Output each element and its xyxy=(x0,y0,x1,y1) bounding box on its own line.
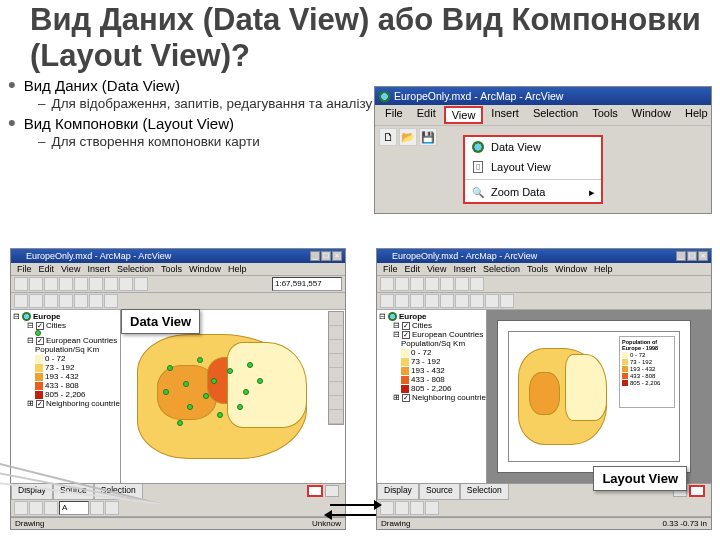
toolbar-button[interactable] xyxy=(134,277,148,291)
menu-window[interactable]: Window xyxy=(626,106,677,124)
toolbar-button[interactable] xyxy=(14,501,28,515)
tool-button[interactable] xyxy=(329,410,343,424)
checkbox[interactable]: ✓ xyxy=(36,337,44,345)
tool-button[interactable] xyxy=(329,340,343,354)
toc-layer[interactable]: European Countries xyxy=(46,336,117,345)
toolbar-button[interactable] xyxy=(380,294,394,308)
menu-edit[interactable]: Edit xyxy=(411,106,442,124)
toc-root[interactable]: Europe xyxy=(399,312,427,321)
scale-input[interactable]: 1:67,591,557 xyxy=(272,277,342,291)
menu-edit[interactable]: Edit xyxy=(36,264,58,274)
toolbar-button[interactable] xyxy=(74,294,88,308)
layout-view-button[interactable] xyxy=(325,485,339,497)
menu-insert[interactable]: Insert xyxy=(84,264,113,274)
menu-insert[interactable]: Insert xyxy=(485,106,525,124)
menu-help[interactable]: Help xyxy=(591,264,616,274)
toolbar-button[interactable] xyxy=(89,277,103,291)
close-button[interactable]: × xyxy=(698,251,708,261)
menu-tools[interactable]: Tools xyxy=(586,106,624,124)
menu-view[interactable]: View xyxy=(424,264,449,274)
tool-button[interactable] xyxy=(329,382,343,396)
toolbar-button[interactable] xyxy=(425,277,439,291)
menu-file[interactable]: File xyxy=(379,106,409,124)
menu-window[interactable]: Window xyxy=(186,264,224,274)
toolbar-button[interactable] xyxy=(455,294,469,308)
menu-item-zoom-data[interactable]: Zoom Data▸ xyxy=(465,182,601,202)
menu-selection[interactable]: Selection xyxy=(114,264,157,274)
save-button[interactable]: 💾 xyxy=(419,128,437,146)
toolbar-button[interactable] xyxy=(90,501,104,515)
min-button[interactable]: _ xyxy=(310,251,320,261)
checkbox[interactable]: ✓ xyxy=(402,322,410,330)
toolbar-button[interactable] xyxy=(395,277,409,291)
toolbar-button[interactable] xyxy=(425,294,439,308)
close-button[interactable]: × xyxy=(332,251,342,261)
toolbar-button[interactable] xyxy=(44,501,58,515)
toolbar-button[interactable] xyxy=(29,294,43,308)
menu-view[interactable]: View xyxy=(58,264,83,274)
max-button[interactable]: □ xyxy=(687,251,697,261)
toolbar-button[interactable] xyxy=(14,294,28,308)
toolbar-button[interactable] xyxy=(14,277,28,291)
toc-layer[interactable]: Cities xyxy=(46,321,66,330)
toolbar-button[interactable] xyxy=(74,277,88,291)
toolbar-button[interactable] xyxy=(44,294,58,308)
menu-selection[interactable]: Selection xyxy=(480,264,523,274)
menu-file[interactable]: File xyxy=(380,264,401,274)
toolbar-button[interactable] xyxy=(410,501,424,515)
toolbar-button[interactable] xyxy=(410,294,424,308)
font-select[interactable]: A xyxy=(59,501,89,515)
menu-help[interactable]: Help xyxy=(679,106,714,124)
toolbar-button[interactable] xyxy=(44,277,58,291)
menu-insert[interactable]: Insert xyxy=(450,264,479,274)
table-of-contents[interactable]: ⊟Europe ⊟✓Cities ⊟✓European Countries Po… xyxy=(11,310,121,483)
expand-icon[interactable]: ⊟ xyxy=(393,330,400,339)
tab-selection[interactable]: Selection xyxy=(460,484,509,500)
menu-item-data-view[interactable]: Data View xyxy=(465,137,601,157)
expand-icon[interactable]: ⊟ xyxy=(27,336,34,345)
tool-button[interactable] xyxy=(329,354,343,368)
toolbar-button[interactable] xyxy=(59,294,73,308)
tab-source[interactable]: Source xyxy=(419,484,460,500)
menu-file[interactable]: File xyxy=(14,264,35,274)
toc-root[interactable]: Europe xyxy=(33,312,61,321)
toc-layer[interactable]: Cities xyxy=(412,321,432,330)
toolbar-button[interactable] xyxy=(470,277,484,291)
toolbar-button[interactable] xyxy=(410,277,424,291)
menu-view[interactable]: View xyxy=(444,106,484,124)
tab-selection[interactable]: Selection xyxy=(94,484,143,500)
tab-display[interactable]: Display xyxy=(11,484,53,500)
checkbox[interactable]: ✓ xyxy=(36,400,44,408)
checkbox[interactable]: ✓ xyxy=(402,331,410,339)
expand-icon[interactable]: ⊞ xyxy=(27,399,34,408)
new-button[interactable]: 🗋 xyxy=(379,128,397,146)
menu-selection[interactable]: Selection xyxy=(527,106,584,124)
menu-edit[interactable]: Edit xyxy=(402,264,424,274)
toolbar-button[interactable] xyxy=(29,277,43,291)
page-frame[interactable]: Population of Europe - 1998 0 - 72 73 - … xyxy=(497,320,691,473)
expand-icon[interactable]: ⊞ xyxy=(393,393,400,402)
checkbox[interactable]: ✓ xyxy=(402,394,410,402)
toolbar-button[interactable] xyxy=(395,294,409,308)
tool-button[interactable] xyxy=(329,326,343,340)
layout-view-button[interactable] xyxy=(689,485,705,497)
data-view-button[interactable] xyxy=(307,485,323,497)
toolbar-button[interactable] xyxy=(455,277,469,291)
toc-layer[interactable]: Neighboring countries xyxy=(46,399,121,408)
toolbar-button[interactable] xyxy=(425,501,439,515)
map-canvas[interactable] xyxy=(121,310,345,483)
tool-button[interactable] xyxy=(329,368,343,382)
toolbar-button[interactable] xyxy=(105,501,119,515)
toolbar-button[interactable] xyxy=(59,277,73,291)
tab-source[interactable]: Source xyxy=(53,484,94,500)
tool-button[interactable] xyxy=(329,396,343,410)
tool-button[interactable] xyxy=(329,312,343,326)
toolbar-button[interactable] xyxy=(29,501,43,515)
toolbar-button[interactable] xyxy=(440,277,454,291)
toolbar-button[interactable] xyxy=(89,294,103,308)
min-button[interactable]: _ xyxy=(676,251,686,261)
toolbar-button[interactable] xyxy=(485,294,499,308)
toolbar-button[interactable] xyxy=(119,277,133,291)
expand-icon[interactable]: ⊟ xyxy=(379,312,386,321)
toc-layer[interactable]: European Countries xyxy=(412,330,483,339)
